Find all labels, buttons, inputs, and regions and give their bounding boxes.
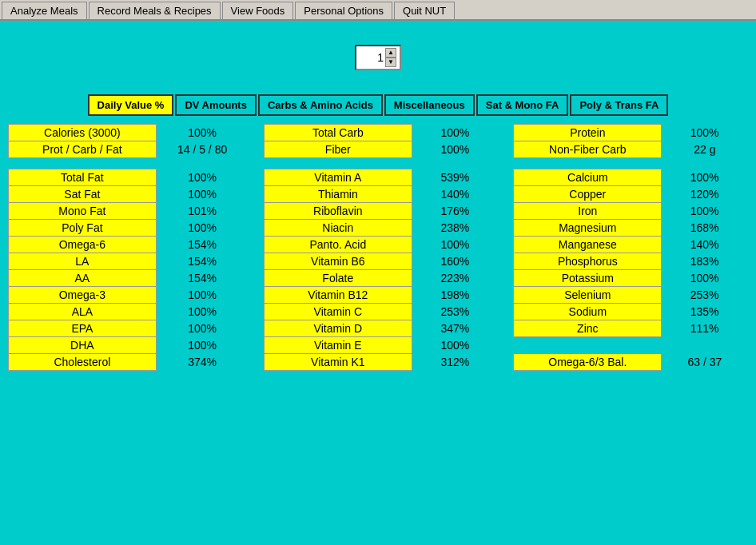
- spacer-main-8-b: [498, 304, 514, 320]
- main-col2-label-1: Thiamin: [264, 186, 412, 203]
- main-col1-label-10: DHA: [9, 337, 157, 354]
- spacer-main-6-b: [498, 270, 514, 287]
- meal-spinner[interactable]: ▲ ▼: [355, 45, 401, 70]
- main-row-3: Poly Fat 100% Niacin 238% Magnesium 168%: [9, 220, 748, 237]
- top-row-1: Prot / Carb / Fat 14 / 5 / 80 Fiber 100%…: [9, 141, 748, 158]
- main-col3-value-8: 135%: [662, 304, 748, 320]
- main-col1-value-1: 100%: [156, 186, 248, 203]
- spacer-main-5-a: [248, 253, 264, 270]
- main-col2-value-8: 253%: [412, 304, 498, 320]
- main-col2-value-2: 176%: [412, 203, 498, 220]
- spacer-main-8-a: [248, 304, 264, 320]
- top-col1-label-0: Calories (3000): [9, 125, 157, 141]
- main-row-5: LA 154% Vitamin B6 160% Phosphorus 183%: [9, 253, 748, 270]
- spinner-down[interactable]: ▼: [385, 58, 396, 67]
- spacer-main-9-a: [248, 320, 264, 337]
- main-col2-label-10: Vitamin E: [264, 337, 412, 354]
- main-row-10: DHA 100% Vitamin E 100%: [9, 337, 748, 354]
- subtab-dv-amounts[interactable]: DV Amounts: [175, 94, 257, 116]
- top-col2-label-1: Fiber: [264, 141, 412, 158]
- main-col1-value-11: 374%: [156, 354, 248, 371]
- top-col3-label-1: Non-Fiber Carb: [514, 141, 662, 158]
- main-row-6: AA 154% Folate 223% Potassium 100%: [9, 270, 748, 287]
- main-col3-value-4: 140%: [662, 237, 748, 253]
- main-col1-label-2: Mono Fat: [9, 203, 157, 220]
- main-col1-value-8: 100%: [156, 304, 248, 320]
- spacer-main-7-a: [248, 287, 264, 304]
- meal-number-input[interactable]: [360, 51, 384, 64]
- main-col2-label-11: Vitamin K1: [264, 354, 412, 371]
- spacer-main-10-b: [498, 337, 514, 354]
- main-row-8: ALA 100% Vitamin C 253% Sodium 135%: [9, 304, 748, 320]
- main-col3-label-4: Manganese: [514, 237, 662, 253]
- main-col1-value-2: 101%: [156, 203, 248, 220]
- main-col2-value-0: 539%: [412, 169, 498, 186]
- data-table: Calories (3000) 100% Total Carb 100% Pro…: [8, 124, 748, 371]
- spacer-main-6-a: [248, 270, 264, 287]
- main-col2-label-7: Vitamin B12: [264, 287, 412, 304]
- main-rows: Total Fat 100% Vitamin A 539% Calcium 10…: [9, 169, 748, 371]
- subtab-carbs[interactable]: Carbs & Amino Acids: [258, 94, 383, 116]
- subtab-poly-trans[interactable]: Poly & Trans FA: [570, 94, 668, 116]
- menu-tab-view[interactable]: View Foods: [222, 2, 294, 19]
- top-col2-label-0: Total Carb: [264, 125, 412, 141]
- spacer-main-10-a: [248, 337, 264, 354]
- main-col1-value-6: 154%: [156, 270, 248, 287]
- menu-tab-record[interactable]: Record Meals & Recipes: [89, 2, 221, 19]
- menu-tab-quit[interactable]: Quit NUT: [394, 2, 455, 19]
- main-col3-value-10: [662, 337, 748, 354]
- header: ▲ ▼: [0, 21, 756, 85]
- spacer-main-4-b: [498, 237, 514, 253]
- subtab-daily-value[interactable]: Daily Value %: [88, 94, 174, 116]
- main-col3-label-6: Potassium: [514, 270, 662, 287]
- top-col3-value-1: 22 g: [662, 141, 748, 158]
- main-col3-value-5: 183%: [662, 253, 748, 270]
- top-col2-value-1: 100%: [412, 141, 498, 158]
- main-row-0: Total Fat 100% Vitamin A 539% Calcium 10…: [9, 169, 748, 186]
- main-col3-value-2: 100%: [662, 203, 748, 220]
- main-col2-value-11: 312%: [412, 354, 498, 371]
- main-col1-label-3: Poly Fat: [9, 220, 157, 237]
- spacer-main-2-a: [248, 203, 264, 220]
- spinner-up[interactable]: ▲: [385, 48, 396, 58]
- main-col2-label-3: Niacin: [264, 220, 412, 237]
- spacer-main-2-b: [498, 203, 514, 220]
- main-col2-label-6: Folate: [264, 270, 412, 287]
- main-col1-value-9: 100%: [156, 320, 248, 337]
- main-content: Calories (3000) 100% Total Carb 100% Pro…: [0, 116, 756, 379]
- menu-tab-options[interactable]: Personal Options: [295, 2, 392, 19]
- main-col1-label-4: Omega-6: [9, 237, 157, 253]
- spacer-main-0-b: [498, 169, 514, 186]
- subtabs: Daily Value % DV Amounts Carbs & Amino A…: [0, 94, 756, 116]
- main-row-7: Omega-3 100% Vitamin B12 198% Selenium 2…: [9, 287, 748, 304]
- main-col2-label-0: Vitamin A: [264, 169, 412, 186]
- main-col1-value-3: 100%: [156, 220, 248, 237]
- main-col2-value-5: 160%: [412, 253, 498, 270]
- main-col1-value-10: 100%: [156, 337, 248, 354]
- main-col1-label-8: ALA: [9, 304, 157, 320]
- main-row-4: Omega-6 154% Panto. Acid 100% Manganese …: [9, 237, 748, 253]
- main-col1-value-0: 100%: [156, 169, 248, 186]
- menu-tab-analyze[interactable]: Analyze Meals: [2, 2, 87, 19]
- main-col3-label-7: Selenium: [514, 287, 662, 304]
- top-col1-label-1: Prot / Carb / Fat: [9, 141, 157, 158]
- spacer-main-1-a: [248, 186, 264, 203]
- main-col1-label-1: Sat Fat: [9, 186, 157, 203]
- main-col1-label-6: AA: [9, 270, 157, 287]
- subtab-misc[interactable]: Miscellaneous: [384, 94, 475, 116]
- main-col2-value-10: 100%: [412, 337, 498, 354]
- main-col2-value-1: 140%: [412, 186, 498, 203]
- spacer-0-b: [498, 125, 514, 141]
- main-col1-label-7: Omega-3: [9, 287, 157, 304]
- main-col1-label-11: Cholesterol: [9, 354, 157, 371]
- top-col3-label-0: Protein: [514, 125, 662, 141]
- spacer-main-9-b: [498, 320, 514, 337]
- spacer-main-5-b: [498, 253, 514, 270]
- main-col3-label-11: Omega-6/3 Bal.: [514, 354, 662, 371]
- spacer-row: [9, 158, 748, 169]
- top-col1-value-1: 14 / 5 / 80: [156, 141, 248, 158]
- spacer-main-3-b: [498, 220, 514, 237]
- main-col3-value-6: 100%: [662, 270, 748, 287]
- subtab-sat-mono[interactable]: Sat & Mono FA: [476, 94, 569, 116]
- main-col1-value-7: 100%: [156, 287, 248, 304]
